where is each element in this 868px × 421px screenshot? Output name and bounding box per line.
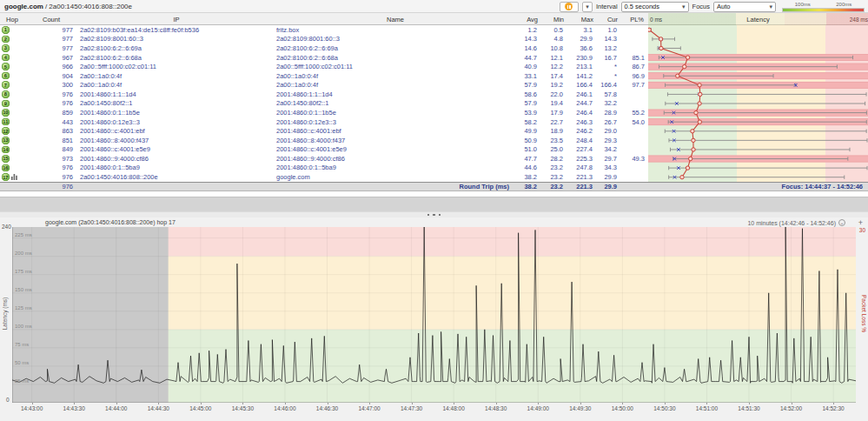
- hop-min: 22.7: [542, 118, 568, 126]
- hop-cur: 34.3: [598, 164, 622, 171]
- time-range-selector[interactable]: 10 minutes (14:42:46 - 14:52:46) ⌄: [747, 219, 845, 226]
- add-graph-button[interactable]: +: [858, 218, 863, 227]
- hop-min: 25.0: [542, 145, 568, 153]
- hop-name: google.com: [275, 173, 516, 181]
- x-axis-label: 14:45:00: [183, 405, 218, 411]
- hop-cur: 26.7: [598, 118, 622, 126]
- hop-cell: 5: [0, 62, 24, 71]
- interval-value: 0.5 seconds: [625, 3, 659, 10]
- timeline-chart[interactable]: [12, 227, 856, 403]
- hop-max: 166.4: [568, 81, 598, 89]
- hop-min: 18.9: [542, 127, 568, 135]
- hop-name: fritz.box: [275, 26, 516, 34]
- x-axis-tick: [496, 403, 497, 404]
- focus-select[interactable]: Auto ▾: [713, 2, 776, 12]
- hop-number-badge: 1: [2, 26, 10, 34]
- x-axis-tick: [833, 403, 834, 404]
- hop-cell: 4: [0, 53, 24, 63]
- chevron-down-icon: ▾: [682, 3, 686, 10]
- summary-cur: 29.9: [598, 183, 622, 190]
- hop-cell: 17: [0, 172, 24, 182]
- summary-row: 976 Round Trip (ms) 38.2 23.2 221.3 29.9…: [0, 182, 868, 191]
- header-avg: Avg: [516, 16, 542, 23]
- x-axis-label: 14:51:00: [689, 405, 724, 411]
- hop-min: 22.0: [542, 90, 568, 98]
- timeline-plot[interactable]: 225 ms200 ms175 ms150 ms125 ms100 ms75 m…: [12, 227, 856, 403]
- hop-cell: 3: [0, 43, 24, 53]
- hop-max: 36.6: [568, 44, 598, 52]
- x-axis-label: 14:43:00: [15, 405, 50, 411]
- y2-axis-title: Packet Loss %: [861, 288, 867, 340]
- hop-min: 23.5: [542, 137, 568, 144]
- hop-max: 3.1: [568, 26, 598, 34]
- hop-cur: 32.2: [598, 99, 622, 107]
- x-axis-tick: [201, 403, 202, 404]
- hop-ip: 2001:4860:0:1::5ba9: [78, 164, 275, 171]
- summary-count: 976: [24, 183, 78, 190]
- pause-menu-button[interactable]: ▾: [582, 2, 593, 12]
- x-axis-tick: [116, 403, 117, 404]
- hop-min: 19.2: [542, 81, 568, 89]
- latency-color-legend: 100ms 200ms: [782, 2, 865, 12]
- target-host: google.com: [4, 3, 43, 10]
- hop-ip: 2a02:8100:6:2::6:69a: [78, 44, 275, 52]
- hop-name: 2a00::1a0:0:4f: [275, 81, 516, 89]
- hop-avg: 53.9: [516, 109, 542, 117]
- header-count: Count: [24, 16, 78, 23]
- timeline-pane: google.com (2a00:1450:4016:808::200e) ho…: [0, 217, 868, 421]
- pane-splitter[interactable]: [0, 211, 868, 217]
- hop-ip: 2001:4860:1:1::1d4: [78, 90, 275, 98]
- hop-max: 227.4: [568, 145, 598, 153]
- latency-strip-chart[interactable]: [648, 25, 868, 182]
- hop-count: 976: [24, 173, 78, 181]
- x-axis-label: 14:46:30: [310, 405, 345, 411]
- splitter-area[interactable]: [0, 197, 868, 211]
- legend-200ms: 200ms: [836, 2, 851, 7]
- hop-packet-loss: 97.7: [622, 81, 648, 89]
- hop-number-badge: 10: [2, 109, 10, 117]
- latency-axis-header: 0 ms Latency 248 ms: [648, 13, 868, 25]
- hop-table-body: 19772a02:8109:b03f:ea14:de15:c8ff:fe0f:b…: [0, 25, 868, 182]
- hop-number-badge: 14: [2, 146, 10, 154]
- title-bar: google.com / 2a00:1450:4016:808::200e ▾ …: [0, 0, 868, 13]
- hop-max: 246.2: [568, 127, 598, 135]
- x-axis-label: 14:49:30: [563, 405, 598, 411]
- x-axis-tick: [369, 403, 370, 404]
- latency-axis-min: 0 ms: [650, 17, 662, 23]
- hop-min: 4.8: [542, 35, 568, 43]
- x-axis-tick: [665, 403, 666, 404]
- header-pl: PL%: [622, 16, 648, 23]
- hop-number-badge: 11: [2, 118, 10, 126]
- x-axis-label: 14:48:00: [436, 405, 471, 411]
- header-hop: Hop: [0, 16, 24, 23]
- hop-cur: 29.3: [598, 137, 622, 144]
- hop-packet-loss: 54.0: [622, 118, 648, 126]
- hop-number-badge: 4: [2, 54, 10, 62]
- hop-packet-loss: 96.9: [622, 72, 648, 80]
- x-axis-tick: [706, 403, 707, 404]
- chevron-down-icon: ▾: [586, 3, 589, 10]
- hop-name: 2001:4860::c:4001:ebf: [275, 127, 516, 135]
- hop-cell: 1: [0, 25, 24, 35]
- x-axis-label: 14:47:00: [352, 405, 387, 411]
- interval-select[interactable]: 0.5 seconds ▾: [621, 2, 689, 12]
- hop-cur: 57.8: [598, 90, 622, 98]
- hop-avg: 1.2: [516, 26, 542, 34]
- hop-cell: 13: [0, 136, 24, 145]
- table-header: Hop Count IP Name Avg Min Max Cur PL% 0 …: [0, 13, 868, 25]
- pause-button[interactable]: [560, 2, 579, 12]
- x-axis-label: 14:44:30: [141, 405, 176, 411]
- x-axis-tick: [622, 403, 623, 404]
- x-axis-label: 14:49:00: [520, 405, 555, 411]
- hop-number-badge: 17: [2, 173, 10, 181]
- hop-count: 976: [24, 90, 78, 98]
- hop-avg: 58.2: [516, 118, 542, 126]
- hop-ip: 2a02:8109:8001:60::3: [78, 35, 275, 43]
- hop-number-badge: 7: [2, 81, 10, 89]
- x-axis-tick: [328, 403, 328, 404]
- hop-packet-loss: 86.7: [622, 63, 648, 70]
- pause-icon: [565, 3, 573, 10]
- trace-controls: ▾ Interval 0.5 seconds ▾ Focus Auto ▾ 10…: [560, 1, 865, 12]
- hop-count: 977: [24, 44, 78, 52]
- hop-cell: 7: [0, 80, 24, 90]
